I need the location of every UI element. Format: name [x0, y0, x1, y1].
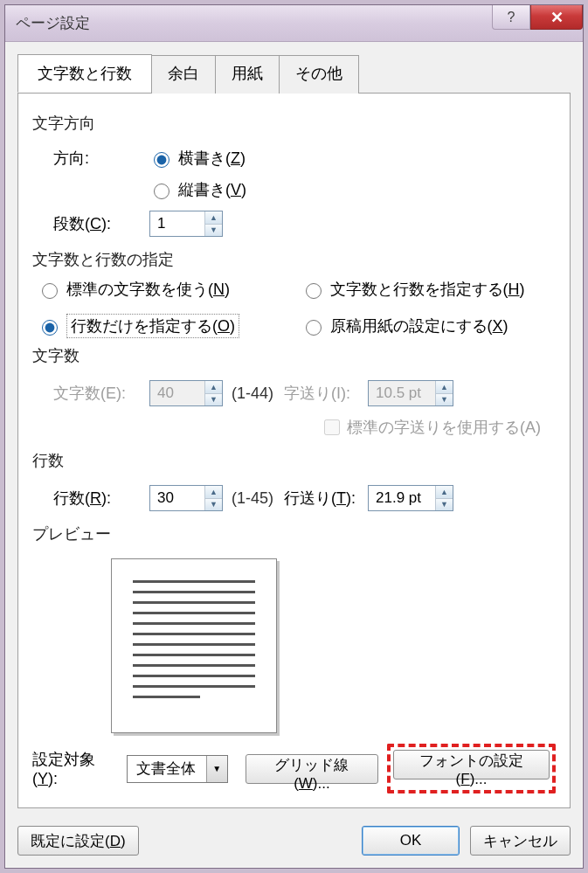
radio-standard-chars[interactable]: 標準の文字数を使う(N)	[38, 279, 293, 300]
font-settings-button[interactable]: フォントの設定(F)...	[393, 750, 550, 779]
section-direction-title: 文字方向	[32, 113, 556, 134]
spin-up-icon[interactable]: ▲	[436, 486, 453, 499]
section-chars-title: 文字数	[32, 345, 556, 366]
label-chars: 文字数(E):	[53, 383, 149, 404]
line-pitch-spinner[interactable]: ▲▼	[368, 485, 453, 511]
row-direction: 方向: 横書き(Z)	[53, 148, 556, 169]
char-pitch-spinner: ▲▼	[368, 380, 453, 406]
row-direction2: 縦書き(V)	[53, 179, 556, 200]
radio-manuscript-input[interactable]	[306, 320, 322, 336]
titlebar[interactable]: ページ設定 ? ✕	[5, 5, 583, 42]
spin-up-icon[interactable]: ▲	[205, 486, 222, 499]
radio-chars-and-lines[interactable]: 文字数と行数を指定する(H)	[301, 279, 557, 300]
lines-range: (1-45)	[232, 489, 273, 508]
spin-up-icon[interactable]: ▲	[205, 211, 222, 225]
gridlines-button[interactable]: グリッド線(W)...	[246, 754, 378, 784]
spin-down-icon: ▼	[205, 394, 222, 406]
ok-button[interactable]: OK	[362, 826, 460, 856]
std-pitch-checkbox	[324, 419, 340, 435]
close-button[interactable]: ✕	[530, 5, 583, 30]
radio-manuscript[interactable]: 原稿用紙の設定にする(X)	[301, 314, 557, 338]
tab-chars-lines[interactable]: 文字数と行数	[17, 54, 152, 93]
row-chars: 文字数(E): ▲▼ (1-44) 字送り(I): ▲▼	[53, 380, 556, 406]
spin-down-icon[interactable]: ▼	[436, 499, 453, 511]
radio-lines-only-input[interactable]	[42, 320, 58, 336]
chars-range: (1-44)	[232, 385, 273, 403]
spin-down-icon[interactable]: ▼	[205, 499, 222, 511]
radio-chars-and-lines-input[interactable]	[306, 283, 322, 299]
label-direction: 方向:	[53, 148, 149, 169]
spin-up-icon: ▲	[436, 381, 453, 394]
radio-vertical-input[interactable]	[154, 184, 169, 199]
columns-input[interactable]	[150, 211, 204, 236]
section-lines-title: 行数	[32, 450, 556, 471]
page-preview	[111, 558, 277, 733]
columns-spinner[interactable]: ▲▼	[149, 211, 223, 237]
row-std-pitch: 標準の字送りを使用する(A)	[321, 417, 556, 438]
set-default-button[interactable]: 既定に設定(D)	[17, 826, 139, 856]
window-title: ページ設定	[16, 13, 492, 33]
tab-strip: 文字数と行数 余白 用紙 その他	[17, 54, 571, 94]
bottom-row: 設定対象(Y): 文書全体 ▼ グリッド線(W)... フォントの設定(F)..…	[32, 744, 556, 793]
label-apply-to: 設定対象(Y):	[32, 749, 118, 788]
radio-horizontal-input[interactable]	[154, 152, 169, 168]
cancel-button[interactable]: キャンセル	[470, 826, 571, 856]
tab-margins[interactable]: 余白	[151, 55, 216, 94]
radio-lines-only[interactable]: 行数だけを指定する(O)	[38, 314, 293, 338]
dialog-content: 文字数と行数 余白 用紙 その他 文字方向 方向: 横書き(Z) 縦書き(V)	[5, 42, 583, 817]
label-line-pitch: 行送り(T):	[284, 488, 368, 509]
spin-up-icon: ▲	[205, 381, 222, 394]
help-button[interactable]: ?	[492, 5, 530, 30]
section-preview-title: プレビュー	[32, 523, 556, 544]
radio-horizontal[interactable]: 横書き(Z)	[149, 148, 246, 169]
spin-down-icon: ▼	[436, 394, 453, 406]
section-spec-title: 文字数と行数の指定	[32, 249, 556, 270]
line-pitch-input[interactable]	[369, 486, 435, 510]
radio-vertical[interactable]: 縦書き(V)	[149, 179, 246, 200]
row-columns: 段数(C): ▲▼	[53, 211, 556, 237]
tab-body: 文字方向 方向: 横書き(Z) 縦書き(V) 段数(C): ▲▼	[17, 94, 571, 808]
label-lines: 行数(R):	[53, 488, 149, 509]
chars-input	[150, 381, 204, 405]
label-std-pitch: 標準の字送りを使用する(A)	[347, 417, 541, 438]
page-setup-dialog: ページ設定 ? ✕ 文字数と行数 余白 用紙 その他 文字方向 方向: 横書き(…	[4, 4, 584, 869]
label-columns: 段数(C):	[53, 213, 149, 234]
lines-input[interactable]	[150, 486, 204, 510]
label-char-pitch: 字送り(I):	[284, 383, 368, 404]
chars-spinner: ▲▼	[149, 380, 223, 406]
lines-spinner[interactable]: ▲▼	[149, 485, 223, 511]
row-lines: 行数(R): ▲▼ (1-45) 行送り(T): ▲▼	[53, 485, 556, 511]
radio-standard-chars-input[interactable]	[42, 283, 58, 299]
window-controls: ? ✕	[492, 5, 583, 41]
dialog-footer: 既定に設定(D) OK キャンセル	[5, 817, 583, 868]
apply-to-value: 文書全体	[128, 756, 206, 782]
spec-grid: 標準の文字数を使う(N) 文字数と行数を指定する(H) 行数だけを指定する(O)…	[38, 279, 556, 338]
spin-down-icon[interactable]: ▼	[205, 225, 222, 237]
chevron-down-icon[interactable]: ▼	[206, 756, 227, 782]
font-settings-highlight: フォントの設定(F)...	[387, 744, 556, 793]
tab-paper[interactable]: 用紙	[215, 55, 280, 94]
apply-to-combo[interactable]: 文書全体 ▼	[127, 755, 228, 783]
tab-other[interactable]: その他	[279, 55, 359, 94]
char-pitch-input	[369, 381, 435, 405]
